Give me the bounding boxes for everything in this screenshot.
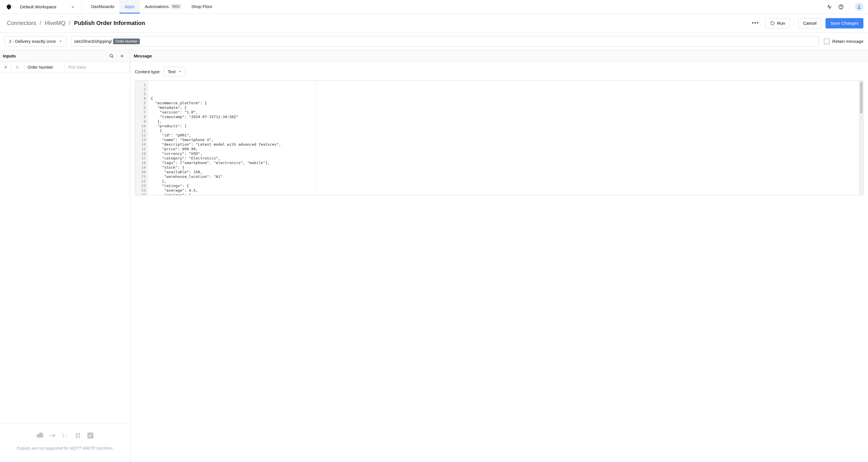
breadcrumb: Connectors / HiveMQ / Publish Order Info… — [7, 20, 145, 26]
outputs-footer-note: Outputs are not supported for MQTT WRITE… — [17, 446, 114, 451]
input-name-cell[interactable]: Order Number — [25, 62, 65, 72]
code-line[interactable]: "name": "Smartphone X", — [151, 138, 856, 142]
add-input-button[interactable] — [117, 51, 127, 61]
button-label: Cancel — [803, 21, 817, 26]
app-logo[interactable] — [6, 4, 12, 10]
divider — [794, 20, 794, 27]
code-line[interactable]: { — [151, 128, 856, 133]
footer-icons: TT — [36, 432, 94, 440]
topic-variable-chip[interactable]: Order Number — [113, 38, 140, 44]
message-title: Message — [134, 53, 152, 58]
more-menu-button[interactable]: ••• — [749, 19, 761, 27]
code-line[interactable]: "products": [ — [151, 124, 856, 128]
content-type-dropdown[interactable]: Text — [164, 67, 185, 77]
caret-down-icon — [59, 40, 62, 43]
cancel-button[interactable]: Cancel — [798, 18, 822, 28]
code-line[interactable]: "timestamp": "2024-07-15T12:34:56Z" — [151, 115, 856, 119]
topnav-right — [826, 3, 863, 11]
code-line[interactable]: "average": 4.5, — [151, 188, 856, 193]
code-line[interactable]: "tags": ["smartphone", "electronics", "m… — [151, 161, 856, 165]
input-value-cell[interactable]: Test Value — [65, 62, 130, 72]
code-line[interactable]: "available": 150, — [151, 170, 856, 174]
qos-dropdown[interactable]: 2 - Delivery exactly once — [5, 36, 66, 47]
workspace-selector[interactable]: Default Workspace — [20, 0, 82, 13]
crumb-connectors[interactable]: Connectors — [7, 20, 36, 26]
code-line[interactable]: "metadata": { — [151, 106, 856, 110]
code-line[interactable]: "warehouse_location": "A1" — [151, 174, 856, 179]
run-icon — [770, 21, 775, 26]
content-type-label: Content type: — [135, 69, 160, 74]
search-inputs-button[interactable] — [106, 51, 117, 61]
svg-text:T: T — [16, 65, 18, 69]
code-line[interactable]: "reviews": [ — [151, 193, 856, 195]
line-gutter: 1234567891011121314151617181920212223242… — [135, 81, 148, 195]
input-row: TT Order Number Test Value — [0, 62, 130, 73]
outputs-footer: TT Outputs are not supported for MQTT WR… — [0, 423, 130, 462]
svg-point-1 — [841, 8, 841, 8]
svg-text:T: T — [18, 67, 20, 69]
tab-shop-floor[interactable]: Shop Floor — [186, 0, 218, 13]
code-line[interactable]: }, — [151, 119, 856, 124]
chevron-down-icon — [71, 5, 74, 9]
tab-label: Apps — [125, 4, 134, 9]
arrow-right-icon — [49, 432, 57, 440]
code-line[interactable]: }, — [151, 179, 856, 183]
sub-bar: Connectors / HiveMQ / Publish Order Info… — [0, 14, 868, 33]
top-nav: Default Workspace Dashboards Apps Automa… — [0, 0, 868, 14]
tab-label: Shop Floor — [191, 4, 212, 9]
config-row: 2 - Delivery exactly once site2/line3/sh… — [0, 33, 868, 50]
scrollbar-thumb[interactable] — [860, 82, 863, 114]
workspace-name: Default Workspace — [20, 4, 56, 9]
qos-label: 2 - Delivery exactly once — [9, 39, 56, 44]
code-line[interactable]: "price": 999.99, — [151, 147, 856, 151]
input-value-placeholder: Test Value — [68, 65, 86, 69]
cloud-icon — [36, 432, 44, 440]
user-avatar[interactable] — [855, 3, 863, 11]
topic-input[interactable]: site2/line3/shipping/ Order Number — [71, 36, 819, 47]
inputs-empty-area — [0, 73, 130, 423]
code-line[interactable]: "id": "p001", — [151, 133, 856, 138]
message-header: Message — [130, 50, 868, 62]
caret-down-icon — [179, 70, 181, 73]
plus-icon — [119, 53, 125, 59]
text-icon: TT — [61, 432, 69, 440]
topic-prefix-text: site2/line3/shipping/ — [74, 39, 112, 44]
code-editor[interactable]: 1234567891011121314151617181920212223242… — [135, 81, 863, 195]
code-line[interactable]: "version": "1.0", — [151, 110, 856, 115]
check-box-icon — [86, 432, 94, 440]
crumb-hivemq[interactable]: HiveMQ — [45, 20, 65, 26]
tab-dashboards[interactable]: Dashboards — [86, 0, 119, 13]
code-line[interactable]: "stock": { — [151, 165, 856, 170]
svg-point-3 — [110, 54, 113, 57]
tab-apps[interactable]: Apps — [119, 0, 140, 13]
code-line[interactable]: "description": "Latest model with advanc… — [151, 142, 856, 147]
save-button[interactable]: Save Changes — [826, 18, 863, 28]
run-button[interactable]: Run — [765, 18, 790, 28]
delete-input-button[interactable] — [0, 62, 11, 72]
editor-scrollbar[interactable] — [859, 81, 863, 195]
code-line[interactable]: { — [151, 96, 856, 101]
crumb-separator: / — [40, 20, 41, 26]
code-line[interactable]: "category": "Electronics", — [151, 156, 856, 161]
retain-label: Retain message — [832, 39, 863, 44]
crumb-separator: / — [69, 20, 71, 26]
help-icon[interactable] — [838, 4, 844, 10]
code-line[interactable]: "currency": "USD", — [151, 151, 856, 156]
svg-point-2 — [858, 5, 860, 7]
input-type-cell[interactable]: TT — [11, 62, 25, 72]
tab-automations[interactable]: Automations Beta — [140, 0, 186, 13]
code-area[interactable]: { "ecommerce_platform": { "metadata": { … — [148, 81, 859, 195]
svg-text:T: T — [62, 433, 65, 439]
retain-checkbox[interactable] — [824, 38, 830, 44]
input-name-text: Order Number — [28, 65, 53, 69]
activity-icon[interactable] — [826, 4, 833, 10]
inputs-title: Inputs — [3, 53, 16, 58]
code-line[interactable]: "ratings": { — [151, 183, 856, 188]
crumb-current: Publish Order Information — [74, 20, 145, 26]
retain-checkbox-group[interactable]: Retain message — [824, 38, 863, 44]
content-type-value: Text — [167, 69, 176, 74]
nav-tabs: Dashboards Apps Automations Beta Shop Fl… — [86, 0, 218, 13]
main-area: Inputs TT Order Number Test Value — [0, 50, 868, 462]
code-line[interactable]: "ecommerce_platform": { — [151, 101, 856, 106]
button-label: Run — [777, 21, 785, 26]
